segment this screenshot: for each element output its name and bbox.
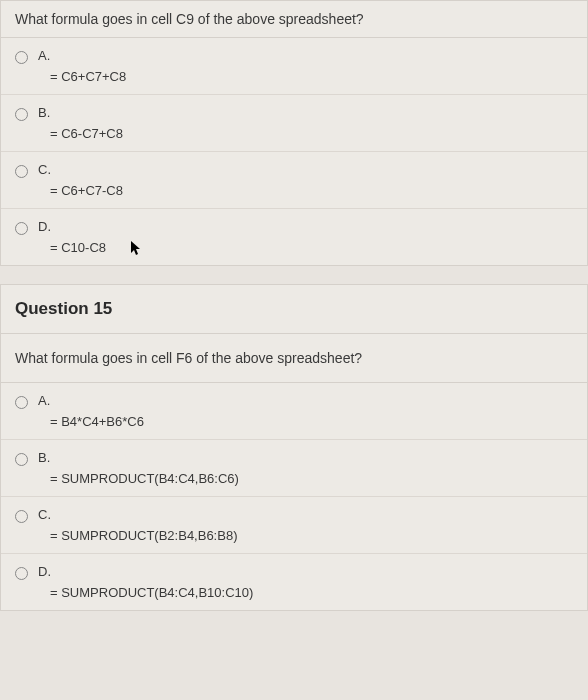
option-row[interactable]: D. = SUMPRODUCT(B4:C4,B10:C10) <box>1 554 587 610</box>
option-row[interactable]: B. = SUMPRODUCT(B4:C4,B6:C6) <box>1 440 587 497</box>
option-letter: C. <box>38 162 573 177</box>
question-2-block: Question 15 What formula goes in cell F6… <box>0 284 588 611</box>
option-letter: D. <box>38 219 573 234</box>
option-content: C. = SUMPRODUCT(B2:B4,B6:B8) <box>38 507 573 543</box>
option-text: = C10-C8 <box>38 240 573 255</box>
option-text: = C6-C7+C8 <box>38 126 573 141</box>
option-content: B. = C6-C7+C8 <box>38 105 573 141</box>
option-content: A. = C6+C7+C8 <box>38 48 573 84</box>
option-content: A. = B4*C4+B6*C6 <box>38 393 573 429</box>
question-2-header: Question 15 <box>1 285 587 334</box>
radio-icon[interactable] <box>15 567 28 580</box>
option-letter: A. <box>38 48 573 63</box>
option-letter: D. <box>38 564 573 579</box>
question-1-options: A. = C6+C7+C8 B. = C6-C7+C8 C. = C6+C7-C… <box>1 38 587 265</box>
option-letter: B. <box>38 450 573 465</box>
option-text: = SUMPRODUCT(B4:C4,B10:C10) <box>38 585 573 600</box>
radio-icon[interactable] <box>15 165 28 178</box>
option-content: B. = SUMPRODUCT(B4:C4,B6:C6) <box>38 450 573 486</box>
radio-icon[interactable] <box>15 510 28 523</box>
option-text: = C6+C7+C8 <box>38 69 573 84</box>
radio-icon[interactable] <box>15 396 28 409</box>
question-1-block: What formula goes in cell C9 of the abov… <box>0 0 588 266</box>
option-row[interactable]: D. = C10-C8 <box>1 209 587 265</box>
question-2-prompt: What formula goes in cell F6 of the abov… <box>1 334 587 383</box>
radio-icon[interactable] <box>15 453 28 466</box>
option-content: C. = C6+C7-C8 <box>38 162 573 198</box>
option-letter: C. <box>38 507 573 522</box>
option-text: = C6+C7-C8 <box>38 183 573 198</box>
question-2-options: A. = B4*C4+B6*C6 B. = SUMPRODUCT(B4:C4,B… <box>1 383 587 610</box>
option-text: = B4*C4+B6*C6 <box>38 414 573 429</box>
option-text: = SUMPRODUCT(B4:C4,B6:C6) <box>38 471 573 486</box>
option-row[interactable]: A. = B4*C4+B6*C6 <box>1 383 587 440</box>
option-letter: A. <box>38 393 573 408</box>
option-row[interactable]: C. = SUMPRODUCT(B2:B4,B6:B8) <box>1 497 587 554</box>
option-letter: B. <box>38 105 573 120</box>
radio-icon[interactable] <box>15 51 28 64</box>
option-content: D. = C10-C8 <box>38 219 573 255</box>
option-row[interactable]: B. = C6-C7+C8 <box>1 95 587 152</box>
option-row[interactable]: A. = C6+C7+C8 <box>1 38 587 95</box>
question-1-prompt: What formula goes in cell C9 of the abov… <box>1 1 587 38</box>
option-text: = SUMPRODUCT(B2:B4,B6:B8) <box>38 528 573 543</box>
option-row[interactable]: C. = C6+C7-C8 <box>1 152 587 209</box>
radio-icon[interactable] <box>15 108 28 121</box>
radio-icon[interactable] <box>15 222 28 235</box>
option-content: D. = SUMPRODUCT(B4:C4,B10:C10) <box>38 564 573 600</box>
